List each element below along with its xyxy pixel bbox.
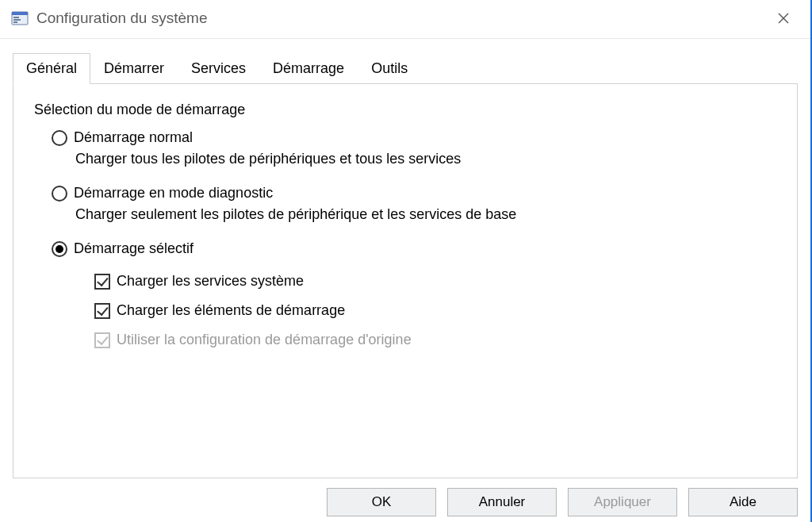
radio-icon (52, 241, 67, 257)
checkbox-load-startup-label: Charger les éléments de démarrage (117, 302, 345, 319)
tab-boot[interactable]: Démarrer (90, 53, 178, 83)
tab-tools[interactable]: Outils (358, 53, 421, 83)
svg-rect-4 (13, 21, 17, 23)
svg-rect-3 (13, 19, 21, 21)
close-icon (777, 12, 790, 25)
ok-button[interactable]: OK (327, 488, 436, 516)
radio-diagnostic[interactable]: Démarrage en mode diagnostic (52, 185, 776, 202)
radio-diagnostic-label: Démarrage en mode diagnostic (74, 185, 273, 202)
tab-strip: Général Démarrer Services Démarrage Outi… (0, 39, 810, 83)
tab-panel-general: Sélection du mode de démarrage Démarrage… (13, 83, 798, 478)
window-title: Configuration du système (36, 10, 207, 27)
tab-services[interactable]: Services (178, 53, 259, 83)
close-button[interactable] (768, 6, 799, 31)
radio-normal-label: Démarrage normal (74, 129, 193, 146)
checkbox-load-services-label: Charger les services système (117, 273, 304, 290)
radio-selective[interactable]: Démarrage sélectif (52, 240, 776, 257)
titlebar: Configuration du système (0, 0, 810, 38)
checkbox-use-original-label: Utiliser la configuration de démarrage d… (117, 332, 412, 348)
checkbox-load-services[interactable]: Charger les services système (94, 273, 776, 290)
radio-icon (52, 130, 67, 146)
help-button[interactable]: Aide (688, 488, 798, 516)
radio-normal-desc: Charger tous les pilotes de périphérique… (75, 151, 776, 167)
checkbox-use-original: Utiliser la configuration de démarrage d… (94, 332, 776, 348)
apply-button: Appliquer (568, 488, 677, 516)
checkbox-load-startup[interactable]: Charger les éléments de démarrage (94, 302, 776, 319)
svg-rect-1 (12, 12, 28, 15)
checkbox-icon (94, 303, 110, 319)
radio-icon (52, 186, 67, 202)
group-title: Sélection du mode de démarrage (34, 102, 776, 118)
cancel-button[interactable]: Annuler (447, 488, 557, 516)
radio-selective-label: Démarrage sélectif (74, 240, 193, 257)
svg-rect-2 (13, 17, 19, 18)
dialog-buttons: OK Annuler Appliquer Aide (0, 488, 810, 516)
checkbox-icon (94, 274, 110, 290)
radio-diagnostic-desc: Charger seulement les pilotes de périphé… (75, 206, 776, 223)
tab-general[interactable]: Général (13, 53, 90, 84)
radio-normal[interactable]: Démarrage normal (52, 129, 776, 146)
app-icon (11, 10, 29, 27)
tab-startup[interactable]: Démarrage (259, 53, 358, 83)
checkbox-icon (94, 332, 110, 348)
